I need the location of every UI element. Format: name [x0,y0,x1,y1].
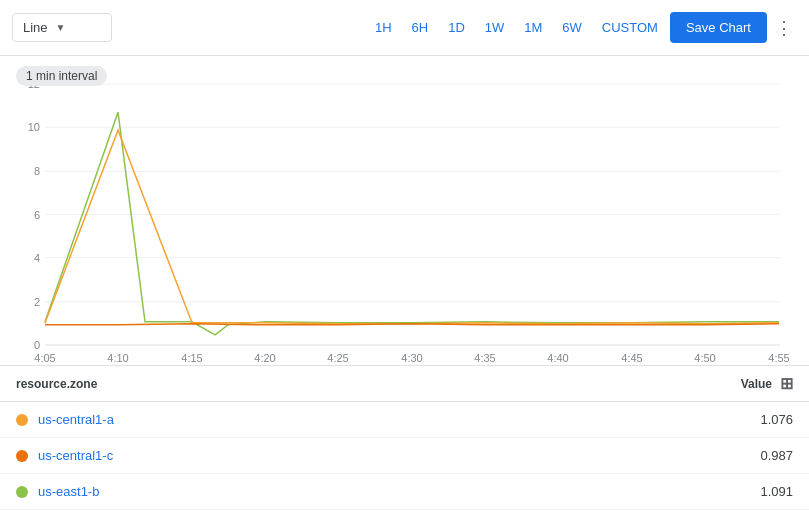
legend-label-2[interactable]: us-east1-b [38,484,760,499]
svg-text:4:30: 4:30 [401,352,422,364]
legend-dot-2 [16,486,28,498]
svg-text:4:55: 4:55 [768,352,789,364]
time-range-1h[interactable]: 1H [367,15,400,40]
interval-badge: 1 min interval [16,66,107,86]
legend-row-0: us-central1-a 1.076 [0,402,809,438]
svg-text:4:10: 4:10 [107,352,128,364]
series-us-east1-b [45,112,779,335]
legend-dot-1 [16,450,28,462]
svg-text:4:50: 4:50 [694,352,715,364]
time-range-1m[interactable]: 1M [516,15,550,40]
svg-text:8: 8 [34,165,40,177]
legend-value-1: 0.987 [760,448,793,463]
svg-text:4:20: 4:20 [254,352,275,364]
svg-text:4:05: 4:05 [34,352,55,364]
svg-text:2: 2 [34,296,40,308]
time-range-custom[interactable]: CUSTOM [594,15,666,40]
svg-text:4:15: 4:15 [181,352,202,364]
time-range-6w[interactable]: 6W [554,15,590,40]
time-range-1d[interactable]: 1D [440,15,473,40]
save-chart-button[interactable]: Save Chart [670,12,767,43]
chevron-down-icon: ▼ [56,22,66,33]
svg-text:6: 6 [34,208,40,220]
time-range-6h[interactable]: 6H [404,15,437,40]
svg-text:4:45: 4:45 [621,352,642,364]
svg-text:0: 0 [34,339,40,351]
line-chart: 12 10 8 6 4 2 0 4:05 4:10 4:15 4:20 4:25… [0,64,809,365]
legend-label-1[interactable]: us-central1-c [38,448,760,463]
time-range-1w[interactable]: 1W [477,15,513,40]
svg-text:4: 4 [34,252,40,264]
legend-value-2: 1.091 [760,484,793,499]
chart-svg-wrapper: 12 10 8 6 4 2 0 4:05 4:10 4:15 4:20 4:25… [0,64,809,365]
legend-header: resource.zone Value ⊞ [0,366,809,402]
chart-area: 1 min interval 12 10 8 6 4 2 0 4:05 [0,56,809,366]
columns-icon[interactable]: ⊞ [780,374,793,393]
series-us-central1-a [45,130,779,324]
svg-text:4:25: 4:25 [327,352,348,364]
legend-row-2: us-east1-b 1.091 [0,474,809,510]
legend-label-0[interactable]: us-central1-a [38,412,760,427]
svg-text:4:40: 4:40 [547,352,568,364]
svg-text:4:35: 4:35 [474,352,495,364]
legend-row-1: us-central1-c 0.987 [0,438,809,474]
legend-header-right: Value ⊞ [741,374,793,393]
time-range-controls: 1H 6H 1D 1W 1M 6W CUSTOM Save Chart ⋮ [367,12,797,43]
legend-value-label: Value [741,377,772,391]
header: Line ▼ 1H 6H 1D 1W 1M 6W CUSTOM Save Cha… [0,0,809,56]
legend-value-0: 1.076 [760,412,793,427]
legend-dot-0 [16,414,28,426]
chart-type-label: Line [23,20,48,35]
more-options-icon[interactable]: ⋮ [771,13,797,43]
legend-table: resource.zone Value ⊞ us-central1-a 1.07… [0,366,809,510]
chart-type-selector[interactable]: Line ▼ [12,13,112,42]
svg-text:10: 10 [28,121,40,133]
legend-header-label: resource.zone [16,377,97,391]
